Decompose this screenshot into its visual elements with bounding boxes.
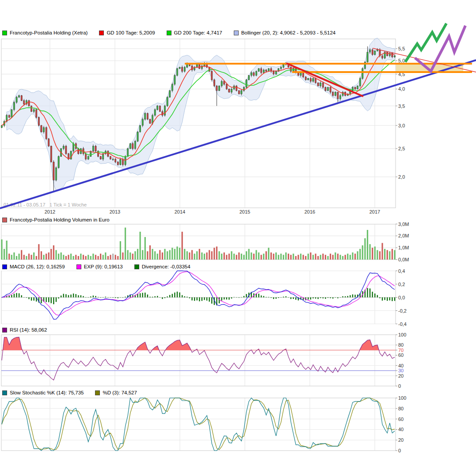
svg-text:2015: 2015 [240,209,250,214]
svg-text:80: 80 [398,342,404,348]
legend-item-symbol: Francotyp-Postalia Holding (Xetra) [2,30,88,35]
svg-text:5,0: 5,0 [398,58,405,63]
svg-text:2016: 2016 [305,209,315,214]
legend-item-gd100: GD 100 Tage: 5,2009 [99,30,155,35]
series-swatch [95,390,100,395]
downtrend-2015-2016 [286,63,363,96]
legend-item-exp: EXP (9): 0,19613 [76,264,123,269]
svg-text:2013: 2013 [110,209,120,214]
series-label: GD 200 Tage: 4,7417 [174,30,222,35]
series-swatch [234,31,239,35]
series-swatch [2,218,7,222]
series-label: Francotyp-Postalia Holding Volumen in Eu… [10,217,110,222]
svg-text:100: 100 [398,395,406,401]
series-label: MACD (26, 12): 0,16259 [10,264,65,269]
rsi-legend: RSI (14): 58,062 [2,327,58,333]
svg-text:70: 70 [398,348,404,353]
legend-item-stoch-k: Slow Stochastic %K (14): 75,735 [2,390,84,395]
stochastic-lines [2,398,395,451]
series-swatch [167,31,171,35]
svg-text:0,2: 0,2 [398,282,405,287]
svg-text:3,0M: 3,0M [398,222,409,227]
main-chart-legend: Francotyp-Postalia Holding (Xetra) GD 10… [2,30,347,35]
series-label: GD 100 Tage: 5,2009 [107,30,155,35]
legend-item-bollinger: Bollinger (20, 2): 4,9062 - 5,2093 - 5,5… [234,30,336,35]
svg-text:4,0: 4,0 [398,86,405,92]
svg-text:30: 30 [398,368,404,373]
svg-text:60: 60 [398,417,404,422]
svg-text:0: 0 [398,383,401,389]
series-swatch [2,328,7,333]
svg-text:0: 0 [398,448,401,453]
series-label: EXP (9): 0,19613 [84,264,123,269]
svg-text:-0,4: -0,4 [398,321,407,327]
svg-text:40: 40 [398,363,404,368]
svg-text:3,5: 3,5 [398,103,405,109]
series-label: Divergence: -0,03354 [142,264,190,269]
chart-canvas[interactable]: 5,55,04,54,03,53,02,52,02012201320142015… [0,0,476,455]
legend-item-stoch-d: %D (3): 74,527 [95,390,137,395]
series-label: Slow Stochastic %K (14): 75,735 [10,390,84,395]
series-swatch [2,31,7,35]
legend-item-divergence: Divergence: -0,03354 [134,264,190,269]
svg-text:80: 80 [398,406,404,411]
technical-analysis-chart: Francotyp-Postalia Holding (Xetra) GD 10… [0,0,476,455]
macd-histogram [1,288,395,305]
legend-item-macd: MACD (26, 12): 0,16259 [2,264,65,269]
svg-text:-0,2: -0,2 [398,308,407,314]
svg-text:0,0: 0,0 [398,295,405,300]
macd-legend: MACD (26, 12): 0,16259 EXP (9): 0,19613 … [2,264,202,269]
series-swatch [134,264,139,269]
svg-text:2,0: 2,0 [398,174,405,180]
legend-item-gd200: GD 200 Tage: 4,7417 [167,30,222,35]
series-swatch [2,390,7,395]
macd-lines [2,271,395,320]
svg-text:100: 100 [398,332,406,337]
svg-text:0,4: 0,4 [398,268,405,274]
series-swatch [99,31,104,35]
series-swatch [2,264,7,269]
volume-legend: Francotyp-Postalia Holding Volumen in Eu… [2,217,121,222]
legend-item-rsi: RSI (14): 58,062 [2,327,47,333]
series-label: Bollinger (20, 2): 4,9062 - 5,2093 - 5,5… [241,30,336,35]
stochastic-legend: Slow Stochastic %K (14): 75,735 %D (3): … [2,390,149,395]
series-label: %D (3): 74,527 [103,390,137,395]
svg-text:40: 40 [398,427,404,432]
panel-grids [1,39,396,451]
svg-text:3,0: 3,0 [398,123,405,128]
svg-text:20: 20 [398,373,404,379]
svg-text:1,0M: 1,0M [398,245,409,250]
svg-text:5,5: 5,5 [398,46,405,51]
svg-text:2017: 2017 [369,209,380,214]
volume-bars [1,228,395,260]
rsi-panel [1,337,396,380]
svg-text:2,0M: 2,0M [398,233,409,238]
svg-text:2,5: 2,5 [398,146,405,151]
svg-text:60: 60 [398,352,404,358]
legend-item-volume: Francotyp-Postalia Holding Volumen in Eu… [2,217,110,222]
series-label: Francotyp-Postalia Holding (Xetra) [10,30,88,35]
svg-text:2012: 2012 [45,209,55,214]
svg-text:2014: 2014 [175,209,185,214]
series-label: RSI (14): 58,062 [10,327,47,333]
series-swatch [76,264,81,269]
svg-text:0,0M: 0,0M [398,257,409,262]
svg-text:20: 20 [398,437,404,443]
